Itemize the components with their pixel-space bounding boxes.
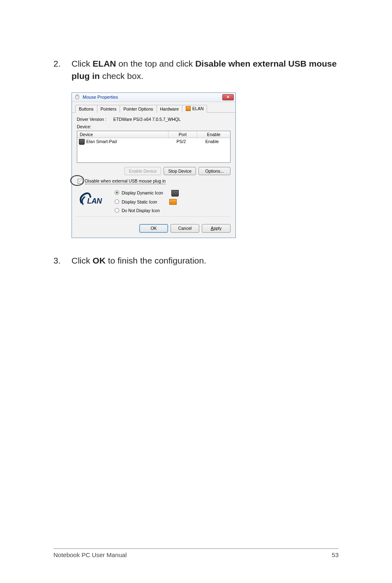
step-2-number: 2. xyxy=(53,58,71,83)
elan-logo: LAN xyxy=(77,190,106,210)
ok-button[interactable]: OK xyxy=(139,224,168,233)
apply-rest: pply xyxy=(214,226,221,231)
driver-version-row: Driver Version : ETDWare PS/2-x64 7.0.5.… xyxy=(77,117,231,122)
static-icon-swatch xyxy=(169,199,177,205)
radio-dynamic-btn[interactable] xyxy=(115,190,119,195)
apply-mnemonic: A xyxy=(211,226,214,231)
radio-group: Display Dynamic Icon Display Static Icon… xyxy=(115,190,179,213)
tabstrip: Buttons Pointers Pointer Options Hardwar… xyxy=(72,102,235,113)
tab-buttons[interactable]: Buttons xyxy=(75,105,97,113)
step2-part-c: on the top and click xyxy=(116,59,196,68)
touchpad-icon xyxy=(79,139,85,144)
device-port: PS/2 xyxy=(167,139,196,144)
cancel-button[interactable]: Cancel xyxy=(171,224,199,233)
step2-part-a: Click xyxy=(71,59,92,68)
device-label: Device: xyxy=(77,124,231,129)
step3-part-a: Click xyxy=(71,256,92,265)
step-3: 3. Click OK to finish the configuration. xyxy=(53,254,339,267)
step-2-text: Click ELAN on the top and click Disable … xyxy=(71,58,339,83)
footer-page-number: 53 xyxy=(332,551,339,558)
driver-version-value: ETDWare PS/2-x64 7.0.5.7_WHQL xyxy=(113,117,181,122)
disable-usb-checkbox[interactable]: ✓ xyxy=(78,179,83,184)
tab-body: Driver Version : ETDWare PS/2-x64 7.0.5.… xyxy=(72,113,235,224)
checkbox-row: ✓ Disable when external USB mouse plug i… xyxy=(73,178,231,184)
svg-text:LAN: LAN xyxy=(87,197,102,205)
tab-hardware-label: Hardware xyxy=(160,106,179,111)
radio-static-btn[interactable] xyxy=(115,199,119,204)
elan-tab-icon xyxy=(186,106,191,111)
radio-static-label: Display Static Icon xyxy=(122,199,157,204)
device-name: Elan Smart-Pad xyxy=(86,139,117,144)
tab-hardware[interactable]: Hardware xyxy=(157,105,183,113)
disable-usb-label: Disable when external USB mouse plug in xyxy=(85,178,166,184)
radio-none-label: Do Not Display Icon xyxy=(122,208,160,213)
tab-elan-label: ELAN xyxy=(192,106,203,111)
device-enable: Enable xyxy=(196,139,228,144)
driver-version-label: Driver Version : xyxy=(77,117,106,122)
tab-elan[interactable]: ELAN xyxy=(182,105,207,113)
close-button[interactable]: ✕ xyxy=(222,94,234,100)
step-2: 2. Click ELAN on the top and click Disab… xyxy=(53,58,339,83)
icon-options: LAN Display Dynamic Icon Display Static … xyxy=(77,190,231,213)
radio-dynamic-label: Display Dynamic Icon xyxy=(122,190,163,195)
tab-buttons-label: Buttons xyxy=(79,106,94,111)
enable-device-button: Enable Device xyxy=(125,167,161,175)
options-button[interactable]: Options... xyxy=(198,167,231,175)
step3-ok: OK xyxy=(92,256,106,265)
dialog-title: Mouse Properties xyxy=(83,95,118,99)
titlebar: Mouse Properties ✕ xyxy=(72,93,235,102)
col-enable[interactable]: Enable xyxy=(197,131,230,138)
dynamic-icon-swatch xyxy=(171,190,179,196)
radio-dynamic[interactable]: Display Dynamic Icon xyxy=(115,190,179,196)
page-footer: Notebook PC User Manual 53 xyxy=(53,548,339,558)
tab-pointer-options-label: Pointer Options xyxy=(123,106,153,111)
tab-pointers-label: Pointers xyxy=(101,106,117,111)
tab-pointer-options[interactable]: Pointer Options xyxy=(120,105,157,113)
step3-part-c: to finish the configuration. xyxy=(106,256,206,265)
tab-pointers[interactable]: Pointers xyxy=(97,105,120,113)
mouse-properties-dialog: Mouse Properties ✕ Buttons Pointers Poin… xyxy=(71,93,236,238)
col-port[interactable]: Port xyxy=(168,131,197,138)
radio-none[interactable]: Do Not Display Icon xyxy=(115,208,179,213)
elan-logo-svg: LAN xyxy=(77,190,105,209)
device-list[interactable]: Device Port Enable Elan Smart-Pad PS/2 E… xyxy=(77,131,231,163)
radio-none-btn[interactable] xyxy=(115,208,119,213)
device-row[interactable]: Elan Smart-Pad PS/2 Enable xyxy=(77,138,230,145)
close-icon: ✕ xyxy=(226,95,230,99)
separator xyxy=(77,216,231,217)
mouse-icon xyxy=(74,94,80,100)
step2-part-e: check box. xyxy=(100,71,143,81)
device-list-header: Device Port Enable xyxy=(77,131,230,138)
step-3-number: 3. xyxy=(53,254,71,267)
stop-device-button[interactable]: Stop Device xyxy=(164,167,196,175)
mouse-svg xyxy=(75,94,80,100)
device-buttons: Enable Device Stop Device Options... xyxy=(77,167,231,175)
footer-left: Notebook PC User Manual xyxy=(53,551,127,558)
col-device[interactable]: Device xyxy=(77,131,168,138)
dialog-footer-buttons: OK Cancel Apply xyxy=(72,224,235,238)
step-3-text: Click OK to finish the configuration. xyxy=(71,254,339,267)
step2-elan: ELAN xyxy=(92,59,116,68)
radio-static[interactable]: Display Static Icon xyxy=(115,199,179,205)
apply-button[interactable]: Apply xyxy=(202,224,231,233)
